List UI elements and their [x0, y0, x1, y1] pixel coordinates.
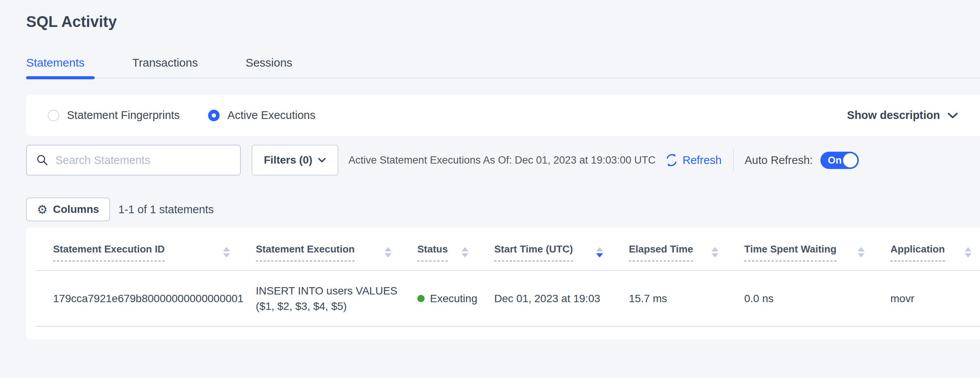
filters-button[interactable]: Filters (0)	[252, 145, 338, 176]
column-header-label: Statement Execution	[256, 243, 355, 261]
tab-sessions[interactable]: Sessions	[245, 56, 295, 78]
column-header-status[interactable]: Status	[400, 227, 477, 270]
sort-icon[interactable]	[385, 247, 392, 258]
tab-transactions-label: Transactions	[132, 56, 198, 69]
cell-status: Executing	[400, 293, 477, 305]
sql-line-1: INSERT INTO users VALUES	[256, 283, 400, 299]
chevron-down-icon	[318, 157, 326, 163]
column-header-application[interactable]: Application	[873, 227, 980, 270]
cell-start-time: Dec 01, 2023 at 19:03	[477, 293, 612, 305]
columns-button-label: Columns	[53, 203, 99, 216]
column-header-statement-execution[interactable]: Statement Execution	[238, 227, 400, 270]
radio-statement-fingerprints[interactable]: Statement Fingerprints	[48, 109, 180, 122]
filters-button-label: Filters (0)	[264, 154, 312, 166]
toggle-knob-icon	[843, 153, 857, 167]
auto-refresh-label: Auto Refresh:	[745, 154, 813, 167]
auto-refresh-toggle[interactable]: On	[820, 152, 859, 169]
active-tab-indicator	[26, 76, 95, 79]
vertical-divider	[733, 149, 734, 171]
search-input[interactable]	[55, 154, 231, 167]
table-meta-row: ⚙ Columns 1-1 of 1 statements	[26, 197, 980, 221]
column-header-label: Time Spent Waiting	[744, 243, 837, 261]
column-header-statement-execution-id[interactable]: Statement Execution ID	[36, 227, 238, 270]
column-header-label: Statement Execution ID	[53, 243, 165, 261]
show-description-label: Show description	[847, 109, 940, 122]
chevron-down-icon	[947, 112, 958, 119]
cell-elapsed-time: 15.7 ms	[612, 293, 727, 305]
controls-row: Filters (0) Active Statement Executions …	[26, 145, 980, 176]
search-icon	[36, 154, 48, 166]
sql-activity-page: SQL Activity Statements Transactions Ses…	[0, 0, 980, 340]
table-header-row: Statement Execution ID Statement Executi…	[36, 227, 980, 271]
sort-icon[interactable]	[462, 247, 468, 258]
radio-active-executions[interactable]: Active Executions	[208, 109, 315, 122]
column-header-label: Application	[890, 243, 945, 261]
sort-icon[interactable]	[965, 247, 972, 258]
gear-icon: ⚙	[37, 204, 48, 216]
column-header-time-spent-waiting[interactable]: Time Spent Waiting	[727, 227, 873, 270]
tab-transactions[interactable]: Transactions	[132, 56, 200, 78]
page-title: SQL Activity	[26, 12, 980, 32]
cell-application: movr	[873, 293, 980, 305]
column-header-start-time[interactable]: Start Time (UTC)	[477, 227, 612, 270]
column-header-label: Status	[417, 243, 448, 261]
radio-statement-fingerprints-label: Statement Fingerprints	[67, 109, 180, 122]
radio-unselected-icon	[48, 110, 59, 121]
refresh-icon	[665, 153, 678, 167]
cell-time-spent-waiting: 0.0 ns	[727, 293, 873, 305]
tab-sessions-label: Sessions	[245, 56, 292, 69]
statements-table: Statement Execution ID Statement Executi…	[36, 227, 980, 327]
radio-active-executions-label: Active Executions	[227, 109, 315, 122]
columns-button[interactable]: ⚙ Columns	[26, 197, 110, 221]
column-header-label: Elapsed Time	[629, 243, 693, 261]
view-mode-card: Statement Fingerprints Active Executions…	[26, 95, 980, 136]
sort-icon[interactable]	[223, 247, 230, 258]
tab-bar: Statements Transactions Sessions	[26, 56, 980, 79]
refresh-label: Refresh	[682, 154, 722, 167]
status-label: Executing	[430, 293, 477, 305]
refresh-button[interactable]: Refresh	[665, 153, 722, 167]
column-header-label: Start Time (UTC)	[494, 243, 573, 261]
status-executing-dot-icon	[417, 295, 425, 302]
statements-table-card: Statement Execution ID Statement Executi…	[26, 227, 980, 340]
sql-line-2: ($1, $2, $3, $4, $5)	[256, 299, 400, 314]
tab-statements-label: Statements	[26, 56, 85, 69]
show-description-toggle[interactable]: Show description	[847, 109, 958, 122]
sort-icon[interactable]	[858, 247, 865, 258]
column-header-elapsed-time[interactable]: Elapsed Time	[612, 227, 727, 270]
cell-statement-execution-id[interactable]: 179cca7921e679b80000000000000001	[36, 293, 238, 305]
as-of-timestamp: Active Statement Executions As Of: Dec 0…	[348, 154, 655, 166]
table-row[interactable]: 179cca7921e679b80000000000000001 INSERT …	[36, 271, 980, 327]
cell-statement-execution[interactable]: INSERT INTO users VALUES ($1, $2, $3, $4…	[238, 283, 400, 314]
search-box	[26, 145, 241, 176]
auto-refresh-state: On	[828, 154, 842, 166]
sort-desc-icon[interactable]	[596, 247, 603, 258]
sort-icon[interactable]	[712, 247, 718, 258]
tab-statements[interactable]: Statements	[26, 56, 87, 78]
radio-selected-icon	[208, 110, 220, 121]
result-count: 1-1 of 1 statements	[118, 203, 214, 216]
